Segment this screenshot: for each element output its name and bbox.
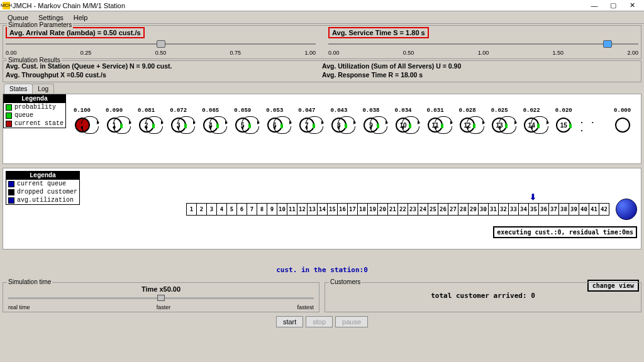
queue-slot: 17: [347, 203, 358, 216]
chain-state-0: 0.1000: [66, 118, 98, 133]
total-customers: total customer arrived: 0: [330, 285, 636, 306]
result-x: Avg. Throughput X =0.50 cust./s: [6, 71, 322, 80]
params-legend: Simulation Parameters: [7, 21, 73, 28]
markov-chain: 0.10000.09010.08120.07230.06540.05950.05…: [66, 117, 638, 133]
titlebar: MCH JMCH - Markov Chain M/M/1 Station — …: [0, 0, 644, 11]
queue-slot: 41: [589, 203, 599, 216]
time-multiplier: Time x50.00: [8, 285, 314, 293]
chain-state-4: 0.0654: [194, 118, 226, 133]
queue-slot: 42: [599, 203, 609, 216]
customers-panel: Customers total customer arrived: 0: [325, 282, 641, 312]
close-button[interactable]: ✕: [623, 1, 641, 11]
arrival-ticks: 0.000.250.500.751.00: [6, 50, 316, 56]
chain-state-5: 0.0595: [226, 118, 258, 133]
queue-slot: 30: [478, 203, 489, 216]
queue-slot: 35: [528, 203, 539, 216]
queue-slot: 37: [548, 203, 559, 216]
queue-slot: 29: [468, 203, 479, 216]
control-buttons: start stop pause: [0, 316, 644, 327]
menubar: Queue Settings Help: [0, 11, 644, 24]
states-panel: Legenda probability queue current state …: [3, 94, 641, 164]
window-title: JMCH - Markov Chain M/M/1 Station: [13, 2, 585, 9]
time-right-label: fastest: [297, 304, 314, 310]
tabs: States Log: [4, 84, 644, 94]
simulation-time: Simulation time Time x50.00 real time fa…: [3, 282, 319, 312]
queue-slot: 31: [488, 203, 499, 216]
legend-dropped-customer: dropped customer: [17, 189, 77, 195]
chain-state-12: 0.02812: [452, 118, 484, 133]
queue-slot: 26: [438, 203, 448, 216]
queue-slot: 22: [397, 203, 408, 216]
service-time-slider[interactable]: [328, 40, 638, 50]
queue-slot: 27: [448, 203, 458, 216]
queue-slot: 3: [206, 203, 217, 216]
queue-slot: 18: [357, 203, 368, 216]
queue-panel: Legenda current queue dropped customer a…: [3, 168, 641, 250]
customers-legend: Customers: [329, 278, 362, 285]
result-r: Avg. Response Time R = 18.00 s: [322, 71, 638, 80]
legend-title: Legenda: [4, 95, 65, 103]
legend2-title: Legenda: [6, 172, 79, 180]
chain-state-3: 0.0723: [162, 118, 194, 133]
tab-states[interactable]: States: [4, 84, 33, 94]
legend-probability: probability: [14, 104, 56, 111]
queue-slots: 4241403938373635343332313029282726252423…: [187, 203, 609, 216]
queue-slot: 21: [387, 203, 398, 216]
queue-slot: 7: [247, 203, 257, 216]
queue-slot: 25: [428, 203, 438, 216]
queue-slot: 23: [408, 203, 418, 216]
queue-marker-icon: ⬇: [530, 192, 536, 202]
legend-queue-panel: Legenda current queue dropped customer a…: [6, 171, 80, 205]
arrival-rate-slider[interactable]: [6, 40, 316, 50]
queue-slot: 12: [297, 203, 308, 216]
queue-slot: 19: [367, 203, 378, 216]
app-icon: MCH: [3, 2, 10, 9]
service-ticks: 0.000.501.001.502.00: [328, 50, 638, 56]
start-button[interactable]: start: [276, 316, 303, 327]
queue-slot: 36: [538, 203, 549, 216]
chain-state-9: 0.0389: [355, 118, 387, 133]
execution-status: executing cust.:0, residual time:0ms: [493, 226, 637, 238]
time-slider[interactable]: [8, 294, 314, 303]
queue-slot: 14: [317, 203, 328, 216]
minimize-button[interactable]: —: [585, 1, 604, 11]
simtime-legend: Simulation time: [7, 278, 52, 285]
cust-in-station: cust. in the station:0: [0, 266, 644, 274]
queue-slot: 10: [277, 203, 287, 216]
results-legend: Simulation Results: [7, 57, 62, 63]
queue-slot: 32: [498, 203, 509, 216]
legend-current-state: current state: [14, 120, 64, 127]
queue-slot: 1: [186, 203, 197, 216]
maximize-button[interactable]: ▢: [604, 1, 623, 11]
chain-state-10: 0.03410: [387, 118, 419, 133]
legend-avg-utilization: avg.utilization: [17, 197, 74, 204]
queue-slot: 16: [337, 203, 348, 216]
chain-state-13: 0.02513: [484, 118, 516, 133]
queue-slot: 34: [518, 203, 529, 216]
stop-button[interactable]: stop: [306, 316, 333, 327]
chain-state-1: 0.0901: [98, 118, 130, 133]
queue-slot: 38: [558, 203, 569, 216]
queue-slot: 24: [418, 203, 428, 216]
queue-slot: 28: [458, 203, 469, 216]
chain-state-2: 0.0812: [130, 118, 162, 133]
queue-slot: 6: [236, 203, 247, 216]
queue-slot: 40: [579, 203, 589, 216]
queue-slot: 20: [377, 203, 388, 216]
simulation-parameters: Simulation Parameters Avg. Arrival Rate …: [3, 25, 641, 59]
legend-states: Legenda probability queue current state: [3, 94, 66, 128]
chain-state-11: 0.03111: [419, 118, 452, 133]
legend-current-queue: current queue: [17, 180, 66, 187]
server-circle: [616, 199, 637, 220]
tab-log[interactable]: Log: [32, 84, 54, 94]
time-left-label: real time: [8, 304, 30, 310]
result-n: Avg. Cust. in Station (Queue + Service) …: [6, 62, 322, 71]
queue-slot: 9: [267, 203, 277, 216]
chain-state-8: 0.0438: [323, 118, 355, 133]
queue-slot: 11: [287, 203, 297, 216]
queue-slot: 15: [327, 203, 338, 216]
pause-button[interactable]: pause: [335, 316, 368, 327]
arrival-rate-label: Avg. Arrival Rate (lambda) = 0.50 cust./…: [6, 27, 145, 38]
chain-state-7: 0.0477: [291, 118, 323, 133]
queue-slot: 8: [257, 203, 267, 216]
